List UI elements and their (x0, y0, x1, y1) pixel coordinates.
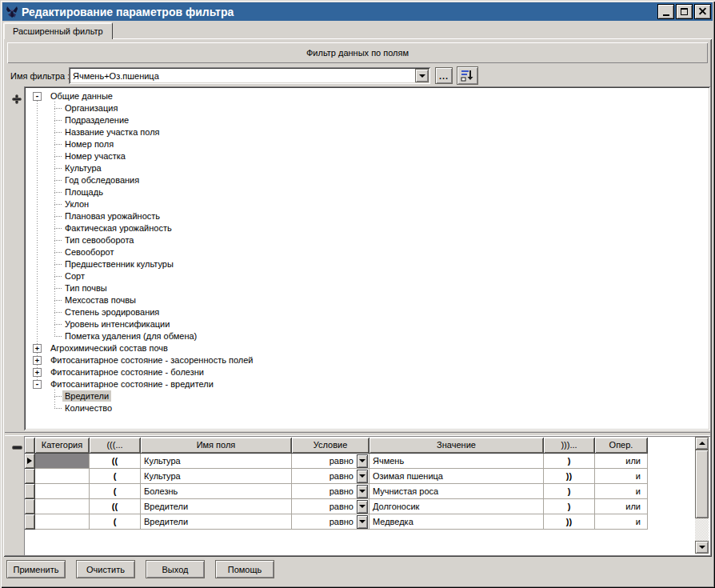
scroll-up-button[interactable] (695, 437, 709, 450)
row-selector-cell[interactable] (25, 514, 35, 530)
clear-button[interactable]: Очистить (76, 560, 135, 578)
tree-item[interactable]: Количество (26, 402, 709, 414)
operator-cell[interactable]: и (595, 484, 648, 499)
tree-item[interactable]: Степень эродирования (26, 306, 709, 318)
close-bracket-cell[interactable]: )) (544, 514, 595, 530)
tree-toggle-icon[interactable]: + (33, 368, 42, 377)
tree-item[interactable]: + Фитосанитарное состояние - засоренност… (26, 354, 709, 366)
value-cell[interactable]: Озимая пшеница (369, 469, 544, 484)
tree-toggle-icon[interactable]: - (33, 92, 42, 101)
open-bracket-cell[interactable]: ( (90, 469, 141, 484)
tree-item[interactable]: Подразделение (26, 114, 709, 126)
row-selector-cell[interactable] (25, 454, 35, 469)
condition-cell[interactable]: равно (292, 499, 369, 514)
tree-item[interactable]: Тип почвы (26, 282, 709, 294)
tree-item[interactable]: Уклон (26, 198, 709, 210)
value-cell[interactable]: Медведка (369, 514, 544, 530)
tree-item[interactable]: Название участка поля (26, 126, 709, 138)
condition-dropdown-button[interactable] (357, 470, 368, 483)
tab-advanced-filter[interactable]: Расширенный фильтр (3, 22, 113, 39)
filter-name-input[interactable] (71, 70, 412, 82)
condition-dropdown-button[interactable] (357, 515, 368, 529)
tree-toggle-icon[interactable]: - (33, 380, 42, 389)
minimize-button[interactable] (657, 4, 674, 19)
tree-item[interactable]: Номер поля (26, 138, 709, 150)
operator-cell[interactable]: или (595, 499, 648, 514)
title-bar[interactable]: Редактирование параметров фильтра (2, 2, 713, 21)
tree-item[interactable]: Организация (26, 102, 709, 114)
maximize-button[interactable] (676, 4, 693, 19)
tree-toggle-icon[interactable]: + (33, 344, 42, 353)
row-selector-cell[interactable] (25, 499, 35, 514)
close-button[interactable] (694, 4, 711, 19)
apply-button[interactable]: Применить (6, 560, 66, 578)
category-cell[interactable] (35, 454, 90, 469)
tree-item[interactable]: Вредители (26, 390, 709, 402)
dialog-window: Редактирование параметров фильтра Расшир… (0, 0, 715, 588)
field-name-cell[interactable]: Вредители (141, 499, 292, 514)
category-cell[interactable] (35, 469, 90, 484)
open-bracket-cell[interactable]: (( (90, 454, 141, 469)
row-selector-cell[interactable] (25, 484, 35, 499)
value-cell[interactable]: Ячмень (369, 454, 544, 469)
tree-item[interactable]: Фактическая урожайность (26, 222, 709, 234)
condition-cell[interactable]: равно (292, 469, 369, 484)
category-cell[interactable] (35, 514, 90, 530)
tree-toggle-icon[interactable]: + (33, 356, 42, 365)
grid-vertical-scrollbar[interactable] (695, 437, 709, 554)
tree-item[interactable]: + Агрохимический состав почв (26, 342, 709, 354)
field-name-cell[interactable]: Вредители (141, 514, 292, 530)
scroll-thumb[interactable] (695, 450, 709, 518)
tree-item[interactable]: Предшественник культуры (26, 258, 709, 270)
row-selector-cell[interactable] (25, 469, 35, 484)
condition-cell[interactable]: равно (292, 514, 369, 530)
remove-condition-button[interactable] (10, 441, 23, 454)
tree-item[interactable]: Площадь (26, 186, 709, 198)
field-name-cell[interactable]: Болезнь (141, 484, 292, 499)
field-name-cell[interactable]: Культура (141, 469, 292, 484)
condition-dropdown-button[interactable] (357, 500, 368, 514)
condition-cell[interactable]: равно (292, 484, 369, 499)
category-cell[interactable] (35, 484, 90, 499)
exit-button[interactable]: Выход (146, 560, 205, 578)
operator-cell[interactable]: и (595, 514, 648, 530)
value-cell[interactable]: Долгоносик (369, 499, 544, 514)
filter-name-dropdown-button[interactable] (415, 69, 429, 82)
open-bracket-cell[interactable]: ( (90, 514, 141, 530)
tree-item[interactable]: Тип севооборота (26, 234, 709, 246)
tree-item[interactable]: Пометка удаления (для обмена) (26, 330, 709, 342)
tree-item[interactable]: Плановая урожайность (26, 210, 709, 222)
field-name-cell[interactable]: Культура (141, 454, 292, 469)
column-header: Опер. (595, 438, 648, 454)
filter-save-list-button[interactable] (457, 66, 478, 85)
tree-item[interactable]: Сорт (26, 270, 709, 282)
close-bracket-cell[interactable]: ) (544, 454, 595, 469)
close-bracket-cell[interactable]: )) (544, 469, 595, 484)
condition-cell[interactable]: равно (292, 454, 369, 469)
filter-name-browse-button[interactable]: ... (435, 67, 453, 84)
condition-dropdown-button[interactable] (357, 485, 368, 498)
add-condition-button[interactable] (10, 93, 23, 106)
tree-item[interactable]: - Общие данные (26, 90, 709, 102)
tree-item[interactable]: Год обследования (26, 174, 709, 186)
tree-item[interactable]: Мехсостав почвы (26, 294, 709, 306)
tree-item[interactable]: + Фитосанитарное состояние - болезни (26, 366, 709, 378)
category-cell[interactable] (35, 499, 90, 514)
close-bracket-cell[interactable]: ) (544, 484, 595, 499)
condition-dropdown-button[interactable] (357, 454, 368, 468)
open-bracket-cell[interactable]: ( (90, 484, 141, 499)
close-bracket-cell[interactable]: ) (544, 499, 595, 514)
tree-item[interactable]: - Фитосанитарное состояние - вредители (26, 378, 709, 390)
operator-cell[interactable]: или (595, 454, 648, 469)
value-cell[interactable]: Мучнистая роса (369, 484, 544, 499)
scroll-down-button[interactable] (695, 541, 709, 554)
open-bracket-cell[interactable]: (( (90, 499, 141, 514)
tree-item[interactable]: Уровень интенсификации (26, 318, 709, 330)
help-button[interactable]: Помощь (215, 560, 274, 578)
tree-item[interactable]: Номер участка (26, 150, 709, 162)
tree-item[interactable]: Севооборот (26, 246, 709, 258)
column-header: Условие (292, 438, 369, 454)
chevron-down-icon (359, 505, 365, 508)
operator-cell[interactable]: и (595, 469, 648, 484)
tree-item[interactable]: Культура (26, 162, 709, 174)
